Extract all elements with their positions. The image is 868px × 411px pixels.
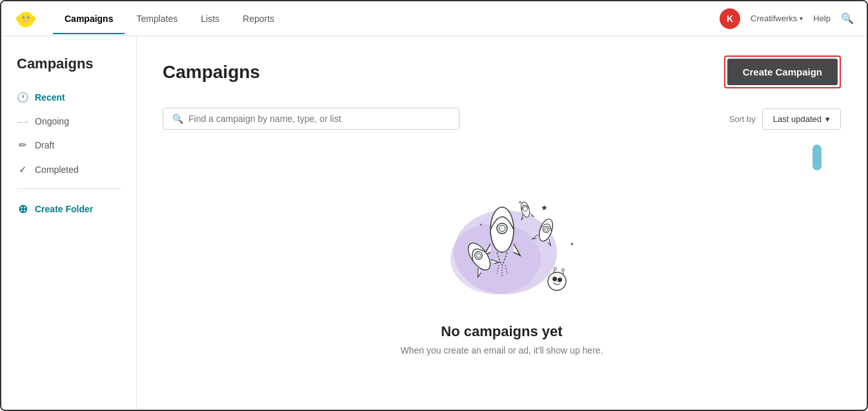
sidebar-item-draft[interactable]: ✏ Draft [1, 133, 136, 157]
main-content: Campaigns 🕐 Recent - -→ Ongoing ✏ Draft … [1, 36, 867, 410]
page-header: Campaigns Create Campaign [163, 55, 841, 88]
mailchimp-logo[interactable] [14, 7, 37, 30]
svg-point-13 [499, 225, 505, 232]
svg-text:✦: ✦ [518, 200, 522, 205]
svg-point-8 [32, 16, 35, 21]
pencil-icon: ✏ [17, 139, 28, 151]
sidebar-label-recent: Recent [35, 92, 65, 103]
ongoing-icon: - -→ [17, 117, 28, 126]
svg-point-7 [16, 16, 20, 21]
create-campaign-button[interactable]: Create Campaign [727, 59, 838, 85]
svg-point-25 [546, 271, 567, 292]
clock-icon: 🕐 [17, 92, 28, 103]
empty-state: ★ ⭑ ✦ ✦ No campaigns yet When you create… [163, 155, 841, 368]
nav-links: Campaigns Templates Lists Reports [53, 3, 720, 34]
create-folder-label: Create Folder [35, 204, 93, 214]
chevron-down-icon: ▾ [800, 15, 803, 22]
sidebar: Campaigns 🕐 Recent - -→ Ongoing ✏ Draft … [1, 36, 137, 410]
empty-state-title: No campaigns yet [441, 323, 562, 340]
rockets-illustration: ★ ⭑ ✦ ✦ [412, 168, 592, 310]
sort-dropdown[interactable]: Last updated ▾ [762, 108, 841, 130]
top-navigation: Campaigns Templates Lists Reports K Crea… [1, 1, 867, 36]
sort-area: Sort by Last updated ▾ [729, 108, 841, 130]
svg-point-30 [554, 267, 557, 270]
sidebar-label-draft: Draft [35, 140, 54, 150]
sidebar-item-completed[interactable]: ✓ Completed [1, 157, 136, 182]
nav-templates[interactable]: Templates [125, 3, 189, 34]
nav-lists[interactable]: Lists [189, 3, 231, 34]
svg-point-6 [23, 19, 28, 22]
sidebar-label-ongoing: Ongoing [35, 116, 69, 126]
empty-state-subtitle: When you create an email or ad, it'll sh… [401, 345, 603, 356]
page-content: Campaigns Create Campaign 🔍 Sort by Last… [137, 36, 867, 410]
plus-circle-icon: ⊕ [17, 202, 28, 216]
create-folder-button[interactable]: ⊕ Create Folder [1, 195, 136, 223]
svg-point-4 [23, 17, 25, 18]
sidebar-title: Campaigns [1, 55, 136, 85]
help-link[interactable]: Help [813, 14, 831, 23]
user-avatar[interactable]: K [720, 8, 740, 29]
checkmark-icon: ✓ [17, 164, 28, 175]
svg-text:★: ★ [541, 203, 548, 212]
svg-point-5 [28, 17, 29, 18]
page-title: Campaigns [163, 62, 260, 83]
sidebar-item-recent[interactable]: 🕐 Recent [1, 85, 136, 110]
cursor-indicator [812, 145, 822, 170]
sort-current-value: Last updated [773, 114, 822, 124]
account-name-button[interactable]: Creatifwerks ▾ [751, 14, 803, 23]
chevron-down-icon: ▾ [825, 114, 830, 124]
svg-point-31 [561, 268, 564, 272]
search-icon: 🔍 [172, 114, 183, 124]
search-sort-row: 🔍 Sort by Last updated ▾ [163, 108, 841, 130]
nav-right: K Creatifwerks ▾ Help 🔍 [720, 8, 854, 29]
svg-text:✦: ✦ [570, 241, 574, 247]
sidebar-label-completed: Completed [35, 165, 79, 175]
create-campaign-btn-wrapper: Create Campaign [724, 55, 841, 88]
svg-point-1 [18, 12, 33, 26]
nav-reports[interactable]: Reports [231, 3, 286, 34]
search-box[interactable]: 🔍 [163, 108, 459, 130]
sidebar-divider [17, 188, 121, 189]
sidebar-item-ongoing[interactable]: - -→ Ongoing [1, 110, 136, 133]
sort-label: Sort by [729, 114, 756, 124]
search-input[interactable] [188, 114, 450, 124]
nav-campaigns[interactable]: Campaigns [53, 3, 125, 34]
search-icon[interactable]: 🔍 [841, 12, 854, 25]
